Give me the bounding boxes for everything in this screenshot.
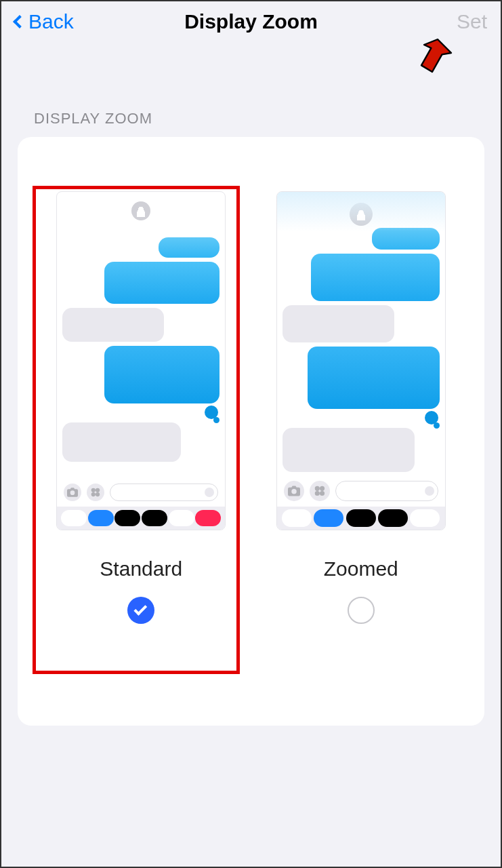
chat-bubble — [104, 346, 219, 403]
preview-text-input — [335, 481, 438, 501]
chat-bubble — [311, 254, 440, 301]
dock-item — [410, 509, 440, 527]
back-label: Back — [28, 10, 74, 33]
preview-text-input — [110, 484, 218, 501]
chevron-left-icon — [13, 15, 26, 28]
dock-item — [114, 510, 140, 526]
preview-zoomed — [276, 191, 446, 530]
chat-bubble — [62, 422, 181, 462]
preview-input-bar — [277, 475, 445, 507]
camera-icon — [284, 481, 304, 501]
dock-item — [169, 510, 194, 526]
chat-bubble — [308, 347, 440, 409]
apps-icon — [87, 484, 104, 501]
option-zoomed[interactable]: Zoomed — [259, 191, 463, 624]
chat-bubble — [283, 428, 415, 472]
dock-item — [282, 509, 312, 527]
preview-standard — [56, 191, 226, 530]
dock-item — [88, 510, 114, 526]
typing-indicator-icon — [205, 406, 218, 419]
back-button[interactable]: Back — [15, 10, 74, 33]
option-standard-label: Standard — [100, 557, 182, 580]
preview-dock — [277, 507, 445, 530]
dock-item — [346, 509, 376, 527]
page-title: Display Zoom — [1, 10, 501, 33]
chat-bubble — [283, 305, 394, 342]
dock-item — [195, 510, 221, 526]
option-standard[interactable]: Standard — [39, 191, 243, 624]
option-zoomed-label: Zoomed — [324, 557, 398, 580]
set-button[interactable]: Set — [457, 10, 487, 33]
preview-dock — [57, 507, 225, 530]
section-header: DISPLAY ZOOM — [1, 42, 501, 137]
chat-bubble — [104, 262, 219, 304]
chat-bubble — [62, 308, 164, 342]
chat-bubble — [372, 228, 440, 250]
chat-bubble — [159, 237, 219, 258]
dock-item — [378, 509, 408, 527]
camera-icon — [64, 484, 81, 501]
checkmark-icon — [134, 602, 148, 616]
avatar-icon — [350, 203, 373, 226]
dock-item — [314, 509, 343, 527]
typing-indicator-icon — [425, 411, 438, 425]
dock-item — [142, 510, 167, 526]
option-zoomed-radio[interactable] — [348, 597, 375, 624]
preview-input-bar — [57, 478, 225, 507]
zoom-options-card: Standard — [18, 137, 484, 726]
option-standard-radio[interactable] — [127, 597, 154, 624]
nav-bar: Back Display Zoom Set — [1, 1, 501, 42]
avatar-icon — [131, 201, 150, 220]
apps-icon — [310, 481, 330, 501]
dock-item — [61, 510, 87, 526]
